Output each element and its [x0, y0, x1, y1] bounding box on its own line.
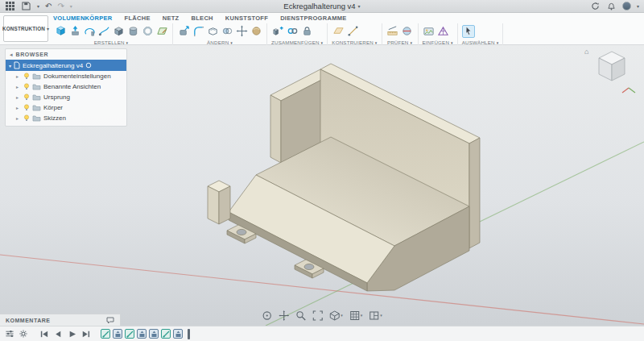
play-icon[interactable] — [66, 328, 77, 339]
tool-select-icon[interactable] — [462, 25, 475, 38]
model-post[interactable] — [208, 181, 230, 224]
tab-kunststoff[interactable]: KUNSTSTOFF — [225, 15, 268, 22]
comment-bubble-icon[interactable] — [106, 317, 114, 324]
mount-hole-2[interactable] — [304, 264, 314, 269]
tool-section-analysis-icon[interactable] — [401, 25, 414, 38]
root-expand-caret[interactable]: ▾ — [9, 63, 11, 69]
tool-joint-icon[interactable] — [286, 25, 299, 38]
model-eckregalhalterung[interactable] — [208, 64, 480, 291]
tab-volumenkoerper[interactable]: VOLUMENKÖRPER — [53, 15, 113, 22]
undo-icon[interactable]: ↶ — [45, 2, 52, 10]
timeline-settings-gear-icon[interactable] — [18, 328, 29, 339]
tool-cylinder-primitive-icon[interactable] — [126, 25, 139, 38]
bulb-icon[interactable] — [23, 94, 30, 101]
save-icon[interactable] — [21, 1, 31, 11]
tool-rigid-group-icon[interactable] — [300, 25, 313, 38]
document-title-area[interactable]: Eckregalhalterung v4 ▾ — [283, 2, 360, 10]
display-settings-icon[interactable]: ▾ — [329, 310, 343, 321]
notifications-bell-icon[interactable] — [606, 1, 617, 11]
pan-icon[interactable] — [279, 310, 289, 321]
browser-item-benannte-ansichten[interactable]: ▸ Benannte Ansichten — [6, 81, 126, 92]
save-menu-caret[interactable]: ▾ — [37, 4, 39, 9]
browser-root-row[interactable]: ▾ Eckregalhalterung v4 — [6, 60, 126, 71]
tool-physical-material-icon[interactable] — [250, 25, 262, 38]
mount-hole-1[interactable] — [237, 229, 246, 235]
aendern-label-row[interactable]: ÄNDERN ▾ — [177, 40, 262, 45]
pruefen-label-row[interactable]: PRÜFEN ▾ — [386, 40, 414, 45]
tool-press-pull-icon[interactable] — [177, 25, 190, 38]
job-status-icon[interactable] — [590, 1, 601, 11]
tool-shell-icon[interactable] — [206, 25, 219, 38]
timeline-options-icon[interactable] — [4, 328, 15, 339]
viewports-icon[interactable]: ▾ — [369, 310, 382, 321]
viewcube-home-icon[interactable]: ⌂ — [584, 48, 588, 56]
redo-icon[interactable]: ↷ — [57, 2, 64, 10]
tool-box-primitive-icon[interactable] — [112, 25, 125, 38]
einfuegen-label-row[interactable]: EINFÜGEN ▾ — [423, 40, 453, 45]
zusammenfuegen-label-row[interactable]: ZUSAMMENFÜGEN ▾ — [271, 40, 323, 45]
timeline-feature-sketch-icon[interactable] — [125, 329, 134, 339]
tool-new-component-icon[interactable] — [271, 25, 284, 38]
tool-sweep-icon[interactable] — [97, 25, 110, 38]
tool-combine-icon[interactable] — [221, 25, 233, 38]
erstellen-label-row[interactable]: ERSTELLEN ▾ — [54, 40, 168, 45]
browser-item-ursprung[interactable]: ▸ Ursprung — [6, 92, 126, 102]
viewport-3d[interactable]: ◂ BROWSER ▾ Eckregalhalterung v4 ▸ Dokum… — [0, 45, 644, 326]
bulb-icon[interactable] — [23, 104, 30, 111]
tab-blech[interactable]: BLECH — [192, 15, 213, 22]
tool-measure-icon[interactable] — [386, 25, 399, 38]
user-avatar[interactable] — [622, 2, 631, 10]
konstruieren-label-row[interactable]: KONSTRUIEREN ▾ — [332, 40, 377, 45]
tool-create-sketch-icon[interactable] — [155, 25, 168, 38]
user-menu-caret[interactable]: ▾ — [637, 4, 639, 9]
expand-caret-icon[interactable]: ▸ — [16, 105, 21, 110]
viewcube[interactable]: ⌂ — [586, 48, 636, 96]
tool-new-body-icon[interactable] — [54, 25, 67, 38]
grid-settings-icon[interactable]: ▾ — [349, 310, 363, 321]
expand-caret-icon[interactable]: ▸ — [16, 94, 21, 100]
tab-netz[interactable]: NETZ — [163, 15, 180, 22]
expand-caret-icon[interactable]: ▸ — [16, 115, 21, 121]
timeline-feature-extrude-icon[interactable] — [137, 329, 147, 339]
timeline-feature-sketch-icon[interactable] — [161, 329, 171, 339]
workspace-selector[interactable]: KONSTRUKTION ▾ — [3, 15, 48, 42]
step-back-icon[interactable] — [52, 328, 64, 339]
grid-settings-caret[interactable]: ▾ — [361, 314, 363, 318]
tab-dienstprogramme[interactable]: DIENSTPROGRAMME — [280, 15, 346, 22]
tab-flaeche[interactable]: FLÄCHE — [125, 15, 151, 22]
timeline-position-marker[interactable] — [188, 329, 190, 339]
browser-item-dokumenteinstellungen[interactable]: ▸ Dokumenteinstellungen — [6, 71, 126, 81]
timeline-feature-extrude-icon[interactable] — [149, 329, 159, 339]
browser-item-koerper[interactable]: ▸ Körper — [6, 102, 126, 113]
fit-icon[interactable] — [312, 310, 323, 321]
root-status-icon[interactable] — [85, 62, 92, 69]
tool-torus-primitive-icon[interactable] — [141, 25, 154, 38]
skip-to-start-icon[interactable] — [39, 328, 50, 339]
browser-collapse-icon[interactable]: ◂ — [10, 52, 13, 57]
bulb-icon[interactable] — [23, 73, 30, 80]
bulb-icon[interactable] — [23, 83, 30, 90]
browser-item-skizzen[interactable]: ▸ Skizzen — [6, 113, 126, 123]
viewcube-cube[interactable] — [596, 49, 628, 86]
tool-decal-icon[interactable] — [423, 25, 436, 38]
timeline-feature-sketch-icon[interactable] — [101, 329, 110, 339]
redo-menu-caret[interactable]: ▾ — [70, 4, 72, 9]
expand-caret-icon[interactable]: ▸ — [16, 84, 21, 89]
tool-construction-axis-icon[interactable] — [346, 25, 359, 38]
tool-fillet-icon[interactable] — [192, 25, 204, 38]
timeline-feature-extrude-icon[interactable] — [113, 329, 122, 339]
tool-insert-mesh-icon[interactable] — [437, 25, 450, 38]
tool-move-icon[interactable] — [235, 25, 248, 38]
display-settings-caret[interactable]: ▾ — [341, 314, 343, 318]
tool-extrude-icon[interactable] — [68, 25, 81, 38]
viewports-caret[interactable]: ▾ — [380, 314, 382, 318]
tool-revolve-icon[interactable] — [83, 25, 96, 38]
document-title-caret[interactable]: ▾ — [358, 4, 361, 9]
app-grid-icon[interactable] — [5, 1, 15, 11]
skip-to-end-icon[interactable] — [80, 328, 91, 339]
comments-bar[interactable]: KOMMENTARE — [0, 314, 121, 326]
expand-caret-icon[interactable]: ▸ — [16, 73, 21, 79]
orbit-icon[interactable] — [262, 310, 272, 321]
zoom-icon[interactable] — [295, 310, 306, 321]
auswaehlen-label-row[interactable]: AUSWÄHLEN ▾ — [462, 40, 499, 45]
